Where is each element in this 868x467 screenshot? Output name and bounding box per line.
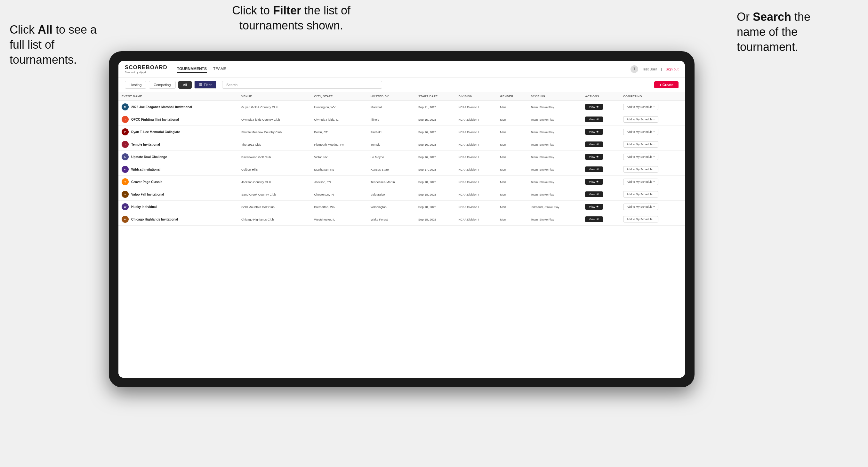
view-button[interactable]: View 👁 [585,154,603,160]
col-venue: VENUE [238,92,311,101]
event-name: Valpo Fall Invitational [131,193,164,196]
eye-icon: 👁 [596,130,599,133]
add-to-schedule-button[interactable]: Add to My Schedule + [623,179,658,185]
view-button[interactable]: View 👁 [585,104,603,110]
scoring: Team, Stroke Play [531,168,554,171]
venue: Sand Creek Country Club [241,193,276,196]
start-date: Sep 17, 2023 [418,168,437,171]
add-to-schedule-button[interactable]: Add to My Schedule + [623,216,658,222]
hosted-by: Tennessee-Martin [371,180,395,184]
eye-icon: 👁 [596,118,599,121]
col-gender: GENDER [497,92,527,101]
view-button[interactable]: View 👁 [585,191,603,197]
signout-link[interactable]: Sign out [666,67,679,71]
scoring: Team, Stroke Play [531,105,554,109]
view-label: View [589,118,595,121]
create-button[interactable]: + Create [654,81,679,88]
division: NCAA Division I [458,168,479,171]
col-actions: ACTIONS [582,92,620,101]
start-date: Sep 15, 2023 [418,118,437,121]
event-name: 2023 Joe Feaganes Marshall Invitational [131,105,192,109]
nav-tab-teams[interactable]: TEAMS [213,65,226,73]
view-button[interactable]: View 👁 [585,166,603,172]
event-logo: T [122,141,129,148]
gender: Men [500,218,506,221]
hosted-by: Valparaiso [371,193,385,196]
filter-button[interactable]: ☰ Filter [194,81,216,89]
table-row: M 2023 Joe Feaganes Marshall Invitationa… [118,101,685,113]
add-to-schedule-button[interactable]: Add to My Schedule + [623,154,658,160]
scoring: Team, Stroke Play [531,143,554,146]
event-logo: M [122,103,129,111]
division: NCAA Division I [458,218,479,221]
tab-all[interactable]: All [178,81,192,89]
hosted-by: Washington [371,205,386,209]
view-button[interactable]: View 👁 [585,142,603,147]
tab-competing[interactable]: Competing [149,81,176,89]
event-logo: W [122,203,129,210]
table-row: W Chicago Highlands Invitational Chicago… [118,213,685,226]
scoring: Team, Stroke Play [531,118,554,121]
eye-icon: 👁 [596,155,599,158]
nav-tab-tournaments[interactable]: TOURNAMENTS [177,65,207,73]
table-row: F Ryan T. Lee Memorial Collegiate Shuttl… [118,126,685,138]
event-logo: I [122,116,129,123]
view-label: View [589,168,595,171]
table-row: W Husky Individual Gold Mountain Golf Cl… [118,201,685,213]
venue: Chicago Highlands Club [241,218,274,221]
gender: Men [500,168,506,171]
hosted-by: Le Moyne [371,155,384,159]
tab-hosting[interactable]: Hosting [125,81,146,89]
event-logo: K [122,166,129,173]
division: NCAA Division I [458,156,479,159]
view-label: View [589,143,595,146]
event-name: Husky Individual [131,205,156,209]
app-header: SCOREBOARD Powered by clippd TOURNAMENTS… [118,61,685,77]
filter-label: Filter [204,83,212,87]
event-name: Grover Page Classic [131,180,162,184]
annotation-topmid: Click to Filter the list oftournaments s… [198,3,384,33]
city-state: Olympia Fields, IL [314,118,339,121]
gender: Men [500,205,506,209]
add-to-schedule-button[interactable]: Add to My Schedule + [623,166,658,173]
start-date: Sep 16, 2023 [418,155,437,159]
header-right: T Test User | Sign out [630,65,679,73]
city-state: Berlin, CT [314,130,328,134]
col-scoring: SCORING [527,92,582,101]
gender: Men [500,193,506,196]
city-state: Huntington, WV [314,105,336,109]
add-to-schedule-button[interactable]: Add to My Schedule + [623,129,658,135]
add-to-schedule-button[interactable]: Add to My Schedule + [623,191,658,197]
view-button[interactable]: View 👁 [585,204,603,210]
event-name: Ryan T. Lee Memorial Collegiate [131,130,180,134]
add-to-schedule-button[interactable]: Add to My Schedule + [623,141,658,148]
add-to-schedule-button[interactable]: Add to My Schedule + [623,116,658,123]
view-button[interactable]: View 👁 [585,117,603,122]
eye-icon: 👁 [596,205,599,208]
eye-icon: 👁 [596,168,599,171]
venue: Jackson Country Club [241,180,271,184]
add-to-schedule-button[interactable]: Add to My Schedule + [623,104,658,110]
col-competing: COMPETING [620,92,685,101]
table-row: L Upstate Dual Challenge Ravenwood Golf … [118,151,685,163]
tablet-device: SCOREBOARD Powered by clippd TOURNAMENTS… [109,51,694,387]
eye-icon: 👁 [596,143,599,146]
search-input[interactable] [222,81,382,89]
event-logo: F [122,128,129,135]
start-date: Sep 18, 2023 [418,193,437,196]
view-button[interactable]: View 👁 [585,216,603,222]
col-start-date: START DATE [415,92,456,101]
add-to-schedule-button[interactable]: Add to My Schedule + [623,204,658,210]
view-button[interactable]: View 👁 [585,179,603,185]
view-button[interactable]: View 👁 [585,129,603,135]
event-logo: L [122,153,129,160]
scoring: Team, Stroke Play [531,218,554,221]
division: NCAA Division I [458,181,479,184]
start-date: Sep 16, 2023 [418,130,437,134]
user-label: Test User [642,67,657,71]
start-date: Sep 16, 2023 [418,143,437,146]
col-city-state: CITY, STATE [311,92,367,101]
city-state: Victor, NY [314,155,328,159]
view-label: View [589,130,595,133]
division: NCAA Division I [458,105,479,109]
